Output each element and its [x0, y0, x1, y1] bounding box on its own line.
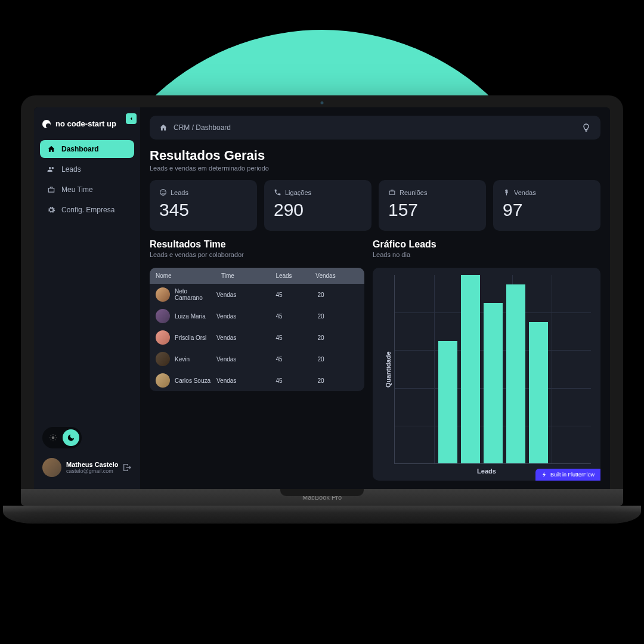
page-subtitle: Leads e vendas em determinado periodo [150, 165, 600, 172]
chart-bar [484, 303, 503, 463]
table-row[interactable]: Priscila OrsiVendas4520 [150, 327, 364, 348]
avatar [156, 287, 170, 302]
table-row[interactable]: Luiza MariaVendas4520 [150, 305, 364, 327]
chart-ylabel: Quantidade [382, 275, 394, 464]
chart-box: Quantidade Leads Built in Flutte [373, 268, 600, 481]
home-icon [159, 123, 168, 132]
moon-icon [67, 434, 75, 442]
topbar: CRM / Dashboard [150, 116, 600, 140]
svg-line-8 [55, 435, 55, 436]
chart-column: Gráfico Leads Leads no dia Quantidade [373, 239, 600, 481]
sidebar-item-label: Leads [61, 165, 81, 174]
stat-value: 97 [503, 200, 591, 220]
stat-card-reunioes: Reuniões 157 [379, 180, 486, 231]
chevron-left-icon [128, 116, 134, 122]
chart-bar [461, 275, 480, 463]
flutterflow-icon [541, 472, 547, 478]
sidebar-item-label: Meu Time [61, 185, 93, 194]
smile-icon [159, 188, 167, 196]
theme-light-button[interactable] [45, 429, 61, 446]
team-subtitle: Leads e vendas por colaborador [150, 251, 364, 258]
sidebar-item-meu-time[interactable]: Meu Time [40, 181, 134, 199]
laptop-base [3, 506, 641, 524]
avatar [156, 352, 170, 366]
lower-row: Resultados Time Leads e vendas por colab… [150, 239, 600, 481]
logout-icon[interactable] [122, 463, 132, 472]
theme-toggle[interactable] [42, 427, 82, 448]
stats-row: Leads 345 Ligações 290 Reuniões 157 Vend… [150, 180, 600, 231]
stat-value: 290 [274, 200, 362, 220]
table-row[interactable]: Neto CamaranoVendas4520 [150, 284, 364, 305]
briefcase-icon [388, 188, 396, 196]
user-email: castelo@gmail.com [66, 468, 117, 474]
table-row[interactable]: Carlos SouzaVendas4520 [150, 370, 364, 391]
svg-point-11 [164, 191, 165, 192]
main-content: CRM / Dashboard Resultados Gerais Leads … [140, 107, 610, 489]
sidebar-item-label: Dashboard [61, 145, 99, 153]
page-title: Resultados Gerais [150, 148, 600, 163]
app-screen: no code-start up Dashboard Leads Meu Tim… [34, 107, 610, 489]
table-row[interactable]: KevinVendas4520 [150, 348, 364, 370]
users-icon [47, 165, 55, 174]
svg-line-5 [51, 435, 51, 436]
flutterflow-badge[interactable]: Built in FlutterFlow [535, 469, 600, 481]
stat-card-ligacoes: Ligações 290 [264, 180, 371, 231]
home-icon [47, 145, 55, 153]
laptop-frame: no code-start up Dashboard Leads Meu Tim… [21, 95, 623, 524]
laptop-hinge: MacBook Pro [21, 489, 623, 506]
lightbulb-icon[interactable] [581, 123, 591, 132]
user-profile[interactable]: Matheus Castelo castelo@gmail.com [40, 454, 134, 481]
team-results-column: Resultados Time Leads e vendas por colab… [150, 239, 364, 481]
laptop-camera [321, 101, 324, 104]
chart-title: Gráfico Leads [373, 239, 600, 250]
chart-bar [506, 284, 525, 463]
gear-icon [47, 206, 55, 214]
sidebar-item-label: Config. Empresa [61, 206, 114, 214]
stat-card-vendas: Vendas 97 [493, 180, 600, 231]
team-title: Resultados Time [150, 239, 364, 250]
stat-value: 345 [159, 200, 247, 220]
brand-logo: no code-start up [42, 119, 132, 128]
stat-value: 157 [388, 200, 476, 220]
svg-point-10 [162, 191, 162, 192]
breadcrumb: CRM / Dashboard [174, 123, 231, 132]
chart-plot [394, 275, 591, 464]
table-header: Nome Time Leads Vendas [150, 268, 364, 284]
chart-bar [438, 341, 457, 463]
avatar [156, 373, 170, 388]
chart-subtitle: Leads no dia [373, 251, 600, 258]
phone-icon [274, 188, 281, 196]
dollar-icon [503, 188, 510, 196]
team-table: Nome Time Leads Vendas Neto CamaranoVend… [150, 268, 364, 391]
sidebar-item-dashboard[interactable]: Dashboard [40, 140, 134, 158]
avatar [156, 309, 170, 323]
svg-line-7 [51, 439, 51, 440]
sidebar: no code-start up Dashboard Leads Meu Tim… [34, 107, 140, 489]
logo-icon [42, 120, 51, 128]
sidebar-collapse-button[interactable] [126, 113, 137, 124]
stat-card-leads: Leads 345 [150, 180, 257, 231]
avatar [156, 330, 170, 345]
section-header: Resultados Gerais Leads e vendas em dete… [150, 148, 600, 172]
sidebar-item-leads[interactable]: Leads [40, 160, 134, 178]
brand-name: no code-start up [55, 119, 116, 128]
svg-line-6 [55, 439, 55, 440]
chart-bar [529, 322, 548, 463]
svg-point-0 [52, 436, 55, 439]
sun-icon [49, 434, 57, 442]
theme-dark-button[interactable] [63, 429, 79, 446]
user-name: Matheus Castelo [66, 461, 117, 468]
briefcase-icon [47, 185, 55, 194]
svg-point-9 [160, 190, 166, 196]
sidebar-item-config[interactable]: Config. Empresa [40, 201, 134, 219]
user-avatar [42, 458, 61, 477]
